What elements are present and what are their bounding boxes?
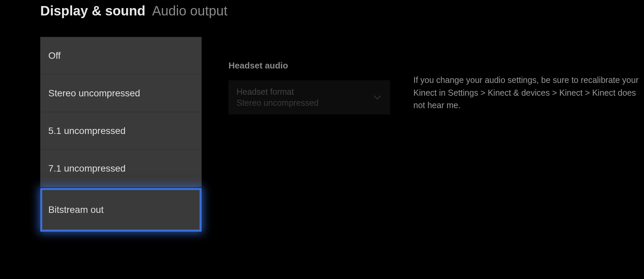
audio-options-list: Off Stereo uncompressed 5.1 uncompressed…	[40, 37, 202, 232]
option-label: 7.1 uncompressed	[48, 163, 125, 174]
option-label: Bitstream out	[48, 204, 104, 215]
option-7-1-uncompressed[interactable]: 7.1 uncompressed	[40, 150, 202, 187]
content-area: Off Stereo uncompressed 5.1 uncompressed…	[0, 37, 644, 232]
option-stereo-uncompressed[interactable]: Stereo uncompressed	[40, 75, 202, 112]
option-label: Stereo uncompressed	[48, 88, 140, 99]
option-label: Off	[48, 50, 61, 61]
headset-section: Headset audio Headset format Stereo unco…	[228, 37, 390, 232]
option-label: 5.1 uncompressed	[48, 126, 125, 136]
page-title: Display & sound	[40, 3, 145, 18]
option-bitstream-out[interactable]: Bitstream out	[40, 188, 202, 232]
info-text: If you change your audio settings, be su…	[414, 74, 644, 112]
page-subtitle: Audio output	[152, 3, 227, 18]
info-section: If you change your audio settings, be su…	[414, 37, 644, 232]
dropdown-label: Headset format	[236, 87, 319, 97]
dropdown-value: Stereo uncompressed	[236, 98, 319, 108]
option-off[interactable]: Off	[40, 37, 202, 75]
chevron-down-icon	[373, 93, 382, 102]
settings-header: Display & sound Audio output	[0, 0, 644, 18]
option-5-1-uncompressed[interactable]: 5.1 uncompressed	[40, 112, 202, 150]
headset-audio-label: Headset audio	[228, 60, 390, 71]
headset-format-dropdown[interactable]: Headset format Stereo uncompressed	[228, 80, 390, 114]
dropdown-text-group: Headset format Stereo uncompressed	[236, 87, 319, 108]
